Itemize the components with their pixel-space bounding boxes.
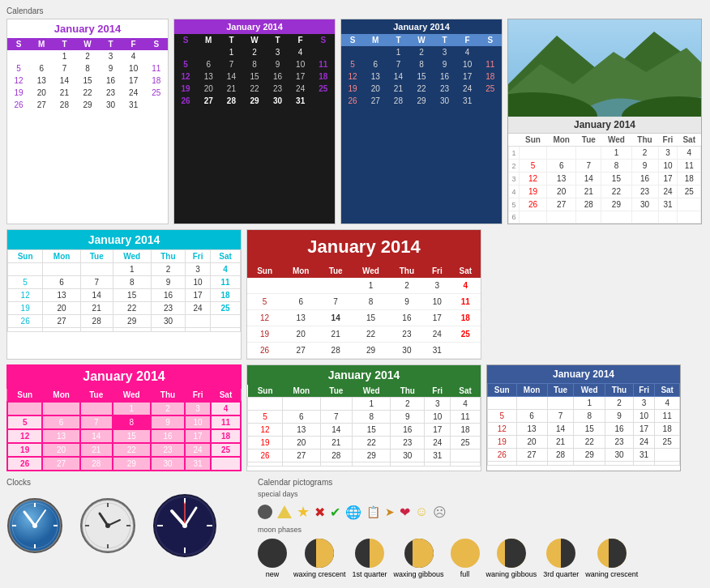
icon-clipboard: 📋 <box>366 505 380 518</box>
moon-phases-row: new waxing crescent 1st quarter waxing g… <box>258 539 704 578</box>
cal9-title: January 2014 <box>487 365 680 383</box>
pictograms-section: Calendar pictograms special days ★ ✖ ✔ 🌐… <box>258 478 704 583</box>
icon-yellow-triangle <box>277 505 292 518</box>
moon-first-quarter-label: 1st quarter <box>353 570 387 578</box>
moon-phase-full: full <box>451 539 480 578</box>
moon-third-quarter-label: 3rd quarter <box>543 570 579 578</box>
svg-point-24 <box>105 523 110 528</box>
icon-check: ✔ <box>330 505 340 520</box>
moon-phase-waning-gibbous: waning gibbous <box>486 539 537 578</box>
icon-web: 🌐 <box>345 505 361 520</box>
cal4-photo <box>508 19 701 117</box>
clocks-section: Clocks <box>6 478 242 583</box>
calendar-4: January 2014 SunMonTueWedThuFriSat 11234… <box>507 19 702 224</box>
svg-point-14 <box>32 523 37 528</box>
clock-2 <box>79 497 136 554</box>
icon-sad: ☹ <box>433 505 447 520</box>
calendar-3: January 2014 SMTWTFS 1234 567891011 1213… <box>340 19 503 224</box>
cal8-title: January 2014 <box>247 365 481 385</box>
calendar-9: January 2014 SunMonTueWedThuFriSat 1234 … <box>486 364 681 471</box>
cal5-title: January 2014 <box>7 230 241 249</box>
cal3-title: January 2014 <box>341 19 502 34</box>
icon-star: ★ <box>297 503 310 521</box>
moon-waning-crescent-label: waning crescent <box>585 570 638 578</box>
clock-2-svg <box>79 497 136 554</box>
moon-waxing-crescent-label: waxing crescent <box>293 570 346 578</box>
moon-waxing-crescent-icon <box>305 539 334 568</box>
clock-3-svg <box>152 493 217 558</box>
icon-smiley: ☺ <box>415 505 428 519</box>
special-days-row: ★ ✖ ✔ 🌐 📋 ➤ ❤ ☺ ☹ <box>258 503 704 521</box>
moon-phases-label: moon phases <box>258 526 704 534</box>
calendar-5: January 2014 SunMonTueWedThuFriSat 1234 … <box>6 229 242 360</box>
cal1-title: January 2014 <box>7 19 168 38</box>
cal4-title: January 2014 <box>508 117 701 134</box>
moon-waxing-gibbous-label: waxing gibbous <box>394 570 444 578</box>
moon-phase-third-quarter: 3rd quarter <box>543 539 579 578</box>
icon-cross: ✖ <box>314 505 325 520</box>
pictograms-label: Calendar pictograms <box>258 478 704 487</box>
calendar-2: January 2014 SMTWTFS 1234 567891011 1213… <box>173 19 336 224</box>
moon-phase-first-quarter: 1st quarter <box>353 539 387 578</box>
moon-phase-new: new <box>258 539 287 578</box>
clocks-row <box>6 493 242 558</box>
moon-third-quarter-icon <box>546 539 575 568</box>
cal2-title: January 2014 <box>174 19 335 34</box>
moon-waning-gibbous-label: waning gibbous <box>486 570 537 578</box>
moon-new-icon <box>258 539 287 568</box>
moon-new-label: new <box>266 570 280 578</box>
icon-gray-circle <box>258 505 272 519</box>
cal6-title: January 2014 <box>247 230 481 264</box>
moon-phase-waning-crescent: waning crescent <box>585 539 638 578</box>
moon-waxing-gibbous-icon <box>404 539 434 568</box>
moon-waning-gibbous-icon <box>497 539 526 568</box>
clock-1-svg <box>6 497 63 554</box>
calendar-7: January 2014 SunMonTueWedThuFriSat 1234 … <box>6 364 242 471</box>
icon-arrow: ➤ <box>385 505 395 518</box>
clocks-label: Clocks <box>6 478 242 487</box>
cal7-title: January 2014 <box>6 364 242 389</box>
moon-full-label: full <box>460 570 470 578</box>
moon-full-icon <box>451 539 480 568</box>
calendars-label: Calendars <box>6 6 704 15</box>
moon-phase-waxing-gibbous: waxing gibbous <box>394 539 444 578</box>
moon-first-quarter-icon <box>355 539 384 568</box>
special-days-label: special days <box>258 490 704 498</box>
moon-waning-crescent-icon <box>597 539 627 568</box>
icon-heart: ❤ <box>400 505 410 520</box>
svg-point-34 <box>182 523 187 528</box>
clock-3 <box>152 493 217 558</box>
clock-1 <box>6 497 63 554</box>
calendar-8: January 2014 SunMonTueWedThuFriSat 1234 … <box>246 364 481 471</box>
moon-phase-waxing-crescent: waxing crescent <box>293 539 346 578</box>
calendar-6: January 2014 SunMonTueWedThuFriSat 1234 … <box>246 229 481 360</box>
calendar-1: January 2014 SMTWTFS 1234 567891011 1213… <box>6 19 169 224</box>
